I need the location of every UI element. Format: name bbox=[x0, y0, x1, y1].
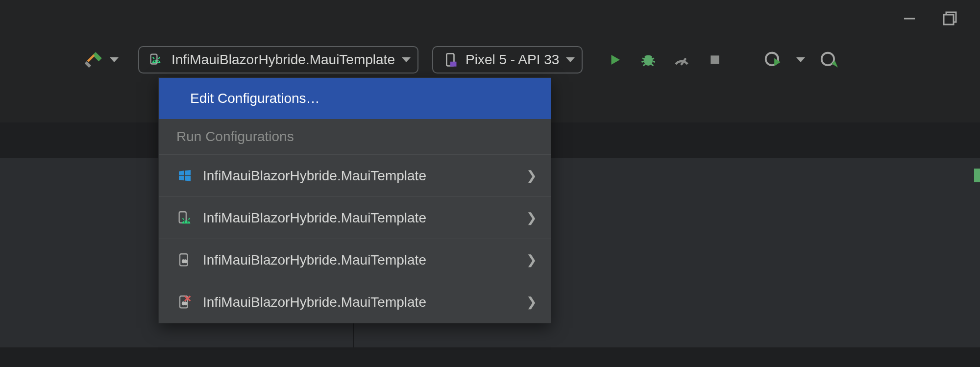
chevron-down-icon bbox=[566, 57, 575, 62]
debug-button[interactable] bbox=[638, 50, 658, 70]
run-configurations-header: Run Configurations bbox=[159, 119, 551, 154]
chevron-right-icon: ❯ bbox=[526, 210, 537, 225]
svg-line-26 bbox=[189, 218, 190, 220]
run-config-item-windows[interactable]: InfiMauiBlazorHybride.MauiTemplate ❯ bbox=[159, 154, 551, 196]
device-label: Pixel 5 - API 33 bbox=[466, 52, 559, 68]
svg-point-24 bbox=[187, 221, 189, 222]
chevron-down-icon bbox=[402, 57, 411, 62]
run-with-coverage-button[interactable] bbox=[763, 50, 783, 70]
svg-rect-2 bbox=[944, 15, 954, 24]
chevron-down-icon[interactable] bbox=[796, 57, 805, 62]
main-toolbar: InfiMauiBlazorHybride.MauiTemplate Pixel… bbox=[0, 42, 980, 77]
menu-item-label: Edit Configurations… bbox=[190, 91, 320, 106]
svg-line-7 bbox=[158, 57, 160, 59]
svg-line-18 bbox=[682, 59, 686, 65]
svg-line-16 bbox=[643, 64, 646, 66]
list-item-label: InfiMauiBlazorHybride.MauiTemplate bbox=[203, 294, 516, 310]
apple-phone-icon bbox=[176, 252, 193, 269]
android-phone-icon bbox=[176, 210, 193, 226]
maximize-window-icon[interactable] bbox=[941, 9, 960, 28]
svg-line-15 bbox=[653, 61, 655, 62]
svg-line-25 bbox=[183, 218, 184, 220]
minimize-window-icon[interactable] bbox=[900, 9, 919, 28]
chevron-right-icon: ❯ bbox=[526, 252, 537, 268]
list-item-label: InfiMauiBlazorHybride.MauiTemplate bbox=[203, 252, 516, 268]
run-config-item-android[interactable]: InfiMauiBlazorHybride.MauiTemplate ❯ bbox=[159, 196, 551, 239]
chevron-right-icon: ❯ bbox=[526, 168, 537, 183]
svg-line-14 bbox=[642, 61, 644, 62]
svg-point-4 bbox=[154, 60, 155, 62]
svg-rect-10 bbox=[450, 62, 457, 67]
list-item-label: InfiMauiBlazorHybride.MauiTemplate bbox=[203, 210, 516, 226]
stop-button[interactable] bbox=[705, 50, 725, 70]
android-head-icon bbox=[148, 51, 165, 68]
svg-line-12 bbox=[642, 58, 645, 59]
apple-phone-error-icon bbox=[176, 294, 193, 311]
edit-configurations-item[interactable]: Edit Configurations… bbox=[159, 78, 551, 119]
profiler-button[interactable] bbox=[672, 50, 691, 70]
svg-point-23 bbox=[184, 221, 185, 222]
svg-rect-3 bbox=[85, 61, 91, 68]
device-selector[interactable]: Pixel 5 - API 33 bbox=[432, 46, 583, 73]
run-button[interactable] bbox=[605, 50, 625, 70]
svg-line-13 bbox=[652, 58, 655, 59]
run-config-item-apple[interactable]: InfiMauiBlazorHybride.MauiTemplate ❯ bbox=[159, 239, 551, 281]
rerun-button[interactable] bbox=[819, 50, 838, 70]
run-configuration-selector[interactable]: InfiMauiBlazorHybride.MauiTemplate bbox=[138, 46, 418, 73]
list-item-label: InfiMauiBlazorHybride.MauiTemplate bbox=[203, 168, 516, 184]
run-configurations-dropdown: Edit Configurations… Run Configurations … bbox=[158, 77, 551, 323]
svg-line-6 bbox=[153, 57, 154, 59]
svg-line-17 bbox=[651, 64, 654, 66]
svg-rect-19 bbox=[711, 55, 719, 64]
windows-icon bbox=[176, 168, 193, 184]
run-config-item-apple-error[interactable]: InfiMauiBlazorHybride.MauiTemplate ❯ bbox=[159, 281, 551, 323]
run-config-label: InfiMauiBlazorHybride.MauiTemplate bbox=[172, 52, 395, 68]
chevron-right-icon: ❯ bbox=[526, 294, 537, 310]
device-phone-icon bbox=[442, 51, 459, 68]
build-dropdown-chevron-icon[interactable] bbox=[110, 57, 119, 62]
build-button[interactable] bbox=[84, 50, 104, 70]
